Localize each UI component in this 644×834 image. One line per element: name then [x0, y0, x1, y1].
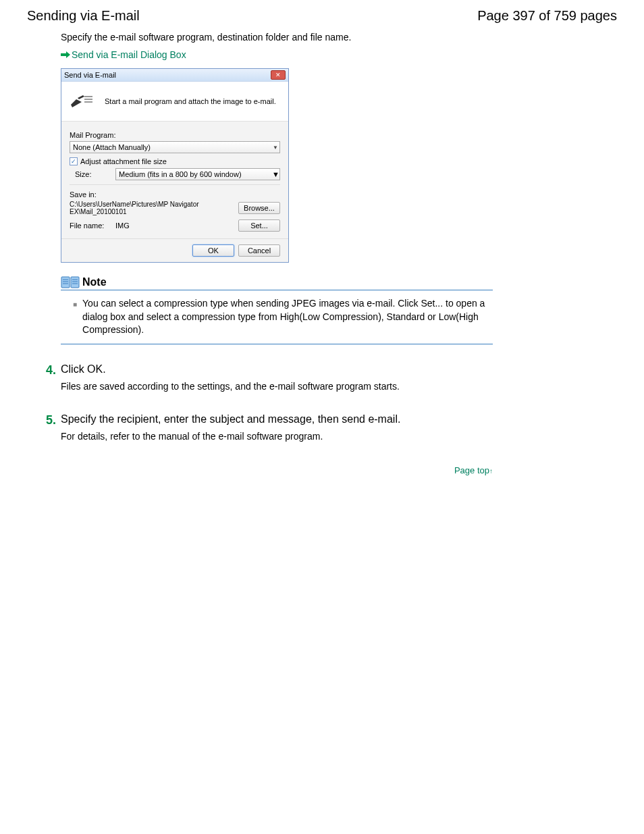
step-text: For details, refer to the manual of the …: [61, 431, 617, 442]
svg-rect-0: [61, 53, 66, 56]
mail-icon: [70, 93, 94, 110]
adjust-size-checkbox[interactable]: ✓: [70, 157, 78, 165]
arrow-right-icon: [61, 51, 70, 58]
arrow-up-icon: ↑: [489, 467, 493, 475]
filename-label: File name:: [70, 221, 115, 230]
size-label: Size:: [70, 170, 115, 178]
mail-program-select[interactable]: None (Attach Manually) ▼: [70, 141, 280, 153]
adjust-size-label: Adjust attachment file size: [80, 157, 167, 165]
page-top-link[interactable]: Page top↑: [454, 465, 493, 475]
set-button[interactable]: Set...: [238, 219, 280, 232]
svg-rect-5: [61, 277, 70, 288]
dialog-title-text: Send via E-mail: [64, 71, 116, 79]
step-title: Specify the recipient, enter the subject…: [61, 413, 617, 425]
step-number: 5.: [46, 413, 61, 444]
page-top-label: Page top: [454, 465, 489, 475]
send-via-email-dialog: Send via E-mail ✕ Start a mail program a…: [61, 68, 289, 263]
svg-marker-1: [66, 51, 70, 58]
close-icon[interactable]: ✕: [271, 70, 286, 80]
size-select[interactable]: Medium (fits in a 800 by 600 window) ▼: [115, 168, 280, 180]
note-title: Note: [82, 276, 107, 288]
send-via-email-link[interactable]: Send via E-mail Dialog Box: [72, 49, 186, 60]
chevron-down-icon: ▼: [273, 145, 278, 151]
chevron-down-icon: ▼: [272, 170, 279, 178]
save-in-label: Save in:: [70, 190, 280, 199]
mail-program-value: None (Attach Manually): [73, 143, 151, 151]
step-number: 4.: [46, 363, 61, 394]
step-text: Files are saved according to the setting…: [61, 381, 617, 392]
page-title: Sending via E-mail: [27, 8, 140, 24]
cancel-button[interactable]: Cancel: [238, 244, 280, 257]
note-text: You can select a compression type when s…: [82, 297, 493, 337]
mail-program-label: Mail Program:: [70, 131, 280, 139]
ok-button[interactable]: OK: [192, 244, 234, 257]
browse-button[interactable]: Browse...: [238, 202, 280, 214]
dialog-banner-text: Start a mail program and attach the imag…: [105, 97, 276, 105]
intro-text: Specify the e-mail software program, des…: [61, 32, 617, 43]
page-position: Page 397 of 759 pages: [477, 8, 617, 24]
save-path-text: C:\Users\UserName\Pictures\MP Navigator …: [70, 201, 238, 215]
svg-rect-6: [71, 277, 79, 288]
bullet-icon: ■: [73, 300, 77, 337]
filename-value: IMG: [115, 221, 238, 230]
step-title: Click OK.: [61, 363, 617, 375]
note-icon: [61, 276, 80, 288]
size-value: Medium (fits in a 800 by 600 window): [119, 170, 242, 178]
